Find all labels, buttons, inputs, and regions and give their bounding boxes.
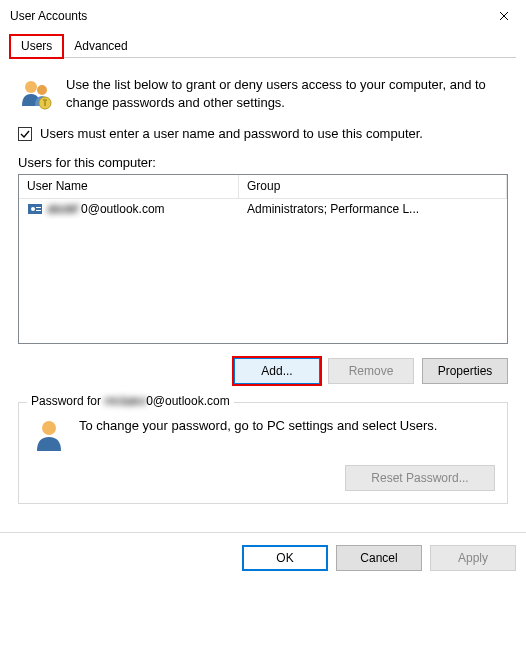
svg-rect-4 [44, 101, 46, 106]
close-button[interactable] [481, 0, 526, 32]
svg-point-9 [42, 421, 56, 435]
remove-button: Remove [328, 358, 414, 384]
svg-point-1 [37, 85, 47, 95]
password-text: To change your password, go to PC settin… [79, 417, 437, 435]
svg-rect-3 [43, 99, 47, 101]
apply-button: Apply [430, 545, 516, 571]
properties-button[interactable]: Properties [422, 358, 508, 384]
cancel-button[interactable]: Cancel [336, 545, 422, 571]
window-title: User Accounts [10, 9, 87, 23]
listview-header: User Name Group [19, 175, 507, 199]
cell-group: Administrators; Performance L... [239, 200, 507, 218]
svg-point-6 [31, 207, 35, 211]
description-row: Use the list below to grant or deny user… [18, 76, 508, 112]
ok-button[interactable]: OK [242, 545, 328, 571]
checkmark-icon [20, 129, 30, 139]
require-password-checkbox[interactable]: Users must enter a user name and passwor… [18, 126, 508, 141]
password-user-icon [31, 417, 67, 453]
users-icon [18, 76, 54, 112]
username-redacted: abcdef [47, 202, 77, 216]
password-groupbox: Password for mn.lsarv.r0@outlook.com To … [18, 402, 508, 504]
cell-username: abcdef0@outlook.com [19, 199, 239, 219]
titlebar: User Accounts [0, 0, 526, 32]
username-suffix: 0@outlook.com [81, 202, 165, 216]
add-button[interactable]: Add... [234, 358, 320, 384]
listview-rows: abcdef0@outlook.com Administrators; Perf… [19, 199, 507, 343]
groupbox-title: Password for mn.lsarv.r0@outlook.com [27, 394, 234, 408]
checkbox-box [18, 127, 32, 141]
checkbox-label: Users must enter a user name and passwor… [40, 126, 423, 141]
svg-rect-8 [36, 210, 41, 211]
users-listview[interactable]: User Name Group abcdef0@outlook.com Admi… [18, 174, 508, 344]
reset-password-button: Reset Password... [345, 465, 495, 491]
dialog-footer: OK Cancel Apply [0, 532, 526, 583]
users-list-label: Users for this computer: [18, 155, 508, 170]
tabstrip: Users Advanced [10, 34, 516, 58]
close-icon [499, 11, 509, 21]
list-buttons: Add... Remove Properties [18, 358, 508, 384]
description-text: Use the list below to grant or deny user… [66, 76, 508, 111]
svg-rect-7 [36, 207, 41, 208]
column-header-group[interactable]: Group [239, 175, 507, 198]
table-row[interactable]: abcdef0@outlook.com Administrators; Perf… [19, 199, 507, 219]
dialog-body: Users Advanced Use the list below to gra… [0, 34, 526, 524]
svg-point-0 [25, 81, 37, 93]
user-row-icon [27, 201, 43, 217]
tab-advanced[interactable]: Advanced [63, 35, 138, 58]
column-header-username[interactable]: User Name [19, 175, 239, 198]
tab-users[interactable]: Users [10, 35, 63, 58]
